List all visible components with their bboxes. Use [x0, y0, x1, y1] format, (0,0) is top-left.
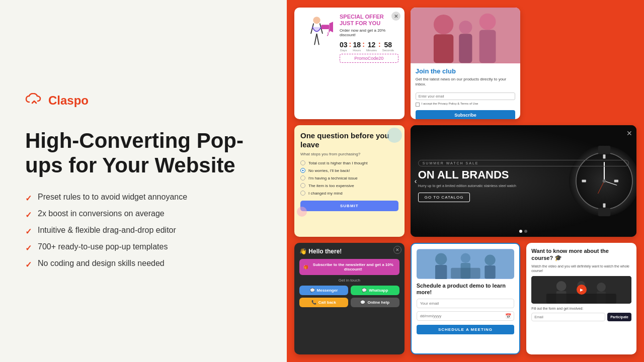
video-thumbnail[interactable]: ▶	[531, 276, 631, 304]
popup-watch-sale: SUMMER WATCH SALE ON ALL BRANDS Hurry up…	[411, 125, 636, 237]
svg-rect-12	[479, 30, 496, 63]
dot-1[interactable]	[519, 230, 522, 233]
svg-point-0	[313, 17, 320, 24]
feature-text-5: No coding and design skills needed	[38, 259, 165, 268]
check-icon-3: ✓	[25, 227, 32, 236]
feature-item-2: ✓ 2x boost in conversions on average	[25, 209, 262, 220]
close-special-offer-button[interactable]: ✕	[391, 12, 400, 21]
radio-circle-3	[300, 183, 305, 188]
play-button[interactable]: ▶	[577, 285, 587, 295]
svg-rect-14	[459, 34, 472, 63]
participate-button[interactable]: Participate	[607, 313, 631, 321]
know-more-email-input[interactable]	[531, 313, 605, 321]
calendar-icon: 📅	[505, 313, 511, 318]
messenger-button[interactable]: 💬 Messenger	[299, 286, 348, 295]
privacy-policy-text: I accept the Privacy Policy & Terms of U…	[422, 102, 478, 106]
logo-text: Claspo	[48, 94, 89, 108]
radio-circle-1	[300, 168, 305, 173]
whatsapp-button[interactable]: 💬 Whatsapp	[351, 286, 399, 295]
go-to-catalog-button[interactable]: GO TO CATALOG	[418, 193, 470, 202]
know-more-input-row: Participate	[531, 313, 631, 321]
radio-label-1: No worries, I'll be back!	[308, 168, 350, 173]
popup-know-more: Want to know more about the course? 🎓 Wa…	[526, 243, 636, 354]
popup-special-offer: ✕ SPE	[294, 8, 405, 119]
people-background-image	[411, 8, 521, 63]
newsletter-button[interactable]: 🎁 Subscribe to the newsletter and get a …	[299, 259, 399, 275]
svg-point-32	[485, 255, 495, 265]
subscribe-button[interactable]: Subscribe	[416, 110, 516, 119]
privacy-policy-checkbox-row: I accept the Privacy Policy & Terms of U…	[416, 102, 516, 107]
online-help-label: Online help	[367, 300, 389, 305]
close-watch-sale-button[interactable]: ✕	[626, 129, 632, 137]
svg-point-30	[460, 253, 470, 263]
logo: Claspo	[25, 93, 262, 109]
megaphone-illustration	[300, 14, 336, 63]
watch-carousel-dots	[519, 230, 527, 233]
feature-text-3: Intuitive & flexible drag-and-drop edito…	[38, 226, 176, 235]
callback-button[interactable]: 📞 Call back	[299, 298, 348, 307]
top-right-empty	[526, 8, 636, 119]
svg-rect-29	[435, 265, 447, 279]
decoration-circle-1	[387, 128, 402, 143]
schedule-date-input[interactable]	[417, 311, 515, 321]
get-in-touch-label: Get in touch	[299, 278, 399, 283]
svg-line-3	[314, 34, 316, 45]
radio-circle-4	[300, 191, 305, 196]
join-club-email-input[interactable]	[416, 93, 516, 100]
svg-point-40	[597, 283, 606, 292]
summer-watch-sale-label: SUMMER WATCH SALE	[418, 160, 629, 166]
online-help-button[interactable]: 💬 Online help	[351, 298, 399, 307]
join-club-title: Join the club	[416, 67, 516, 75]
radio-label-2: I'm having a technical issue	[308, 176, 358, 180]
svg-rect-34	[451, 268, 480, 279]
schedule-meeting-button[interactable]: SCHEDULE A MEETING	[417, 325, 515, 334]
submit-button[interactable]: SUBMIT	[300, 201, 398, 211]
contact-buttons-grid: 💬 Messenger 💬 Whatsapp 📞 Call back 💬 Onl…	[299, 286, 399, 307]
svg-rect-5	[321, 25, 329, 29]
svg-marker-6	[329, 22, 333, 32]
messenger-icon: 💬	[310, 288, 315, 293]
feature-item-5: ✓ No coding and design skills needed	[25, 259, 262, 269]
callback-icon: 📞	[311, 300, 316, 305]
radio-label-4: I changed my mind	[308, 191, 343, 196]
watch-sale-description: Hurry up to get a limited edition automa…	[418, 184, 629, 188]
one-question-title: One question before you leave	[300, 131, 398, 149]
popup-join-club: ✕ Join the club Get the latest news on o…	[411, 8, 521, 119]
svg-point-13	[459, 21, 472, 34]
radio-option-3[interactable]: The item is too expensive	[300, 183, 398, 188]
radio-label-3: The item is too expensive	[308, 184, 354, 188]
special-offer-title: SPECIAL OFFER JUST FOR YOU	[340, 14, 398, 27]
promo-code-display[interactable]: PromoCode20	[340, 54, 398, 63]
radio-option-4[interactable]: I changed my mind	[300, 191, 398, 196]
feature-item-4: ✓ 700+ ready-to-use pop-up templates	[25, 242, 262, 253]
svg-point-11	[479, 14, 496, 30]
radio-option-2[interactable]: I'm having a technical issue	[300, 175, 398, 180]
radio-option-0[interactable]: Total cost is higher than I thought	[300, 160, 398, 165]
on-all-brands-title: ON ALL BRANDS	[418, 169, 629, 181]
dot-2[interactable]	[524, 230, 527, 233]
messenger-label: Messenger	[317, 288, 338, 293]
gift-icon: 🎁	[303, 265, 308, 269]
svg-rect-10	[434, 34, 453, 63]
svg-point-36	[556, 281, 567, 291]
svg-point-28	[435, 253, 447, 265]
special-offer-subtitle: Order now and get a 20% discount!	[340, 28, 398, 37]
popup-hello-there: ✕ 👋 Hello there! 🎁 Subscribe to the news…	[294, 243, 405, 354]
callback-label: Call back	[318, 300, 336, 305]
radio-label-0: Total cost is higher than I thought	[308, 161, 367, 165]
watch-carousel-prev-button[interactable]: ‹	[415, 177, 417, 185]
feature-item-1: ✓ Preset rules to to avoid widget annoya…	[25, 193, 262, 203]
privacy-policy-checkbox[interactable]	[416, 103, 420, 107]
check-icon-2: ✓	[25, 210, 32, 220]
feature-text-1: Preset rules to to avoid widget annoyanc…	[38, 193, 187, 202]
schedule-demo-title: Schedule a product demo to learn more!	[417, 283, 515, 296]
svg-point-9	[434, 15, 453, 34]
watch-sale-content: SUMMER WATCH SALE ON ALL BRANDS Hurry up…	[411, 125, 636, 237]
close-hello-button[interactable]: ✕	[393, 246, 401, 254]
schedule-email-input[interactable]	[417, 299, 515, 308]
radio-option-1[interactable]: No worries, I'll be back!	[300, 168, 398, 173]
whatsapp-icon: 💬	[362, 288, 367, 293]
meeting-photo	[417, 249, 515, 279]
svg-rect-33	[485, 265, 495, 279]
decoration-circle-2	[297, 207, 307, 217]
